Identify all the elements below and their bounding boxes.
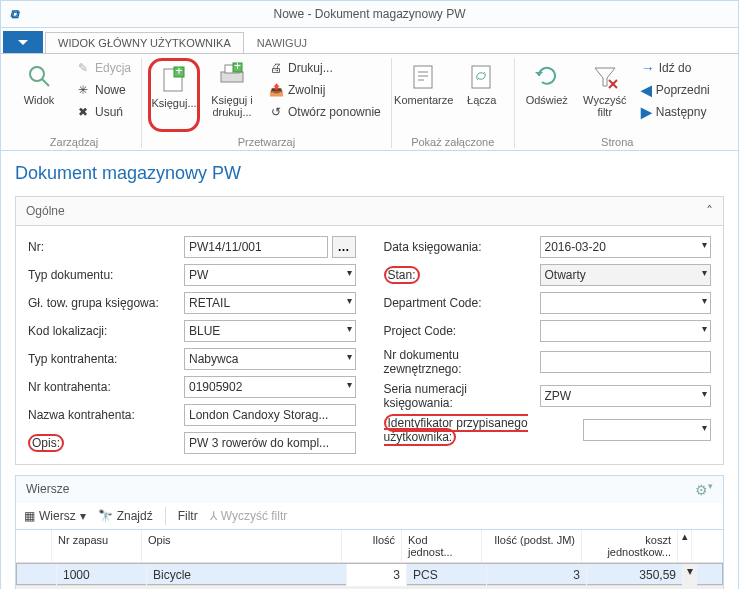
arrow-left-icon: ◀ [641, 82, 652, 98]
field-seria-numeracji: Seria numeracji księgowania: ▾ [384, 382, 712, 410]
lines-wiersz-menu[interactable]: ▦Wiersz▾ [24, 509, 86, 523]
field-typ-kontrahenta: Typ kontrahenta: ▾ [28, 348, 356, 370]
page-content: Dokument magazynowy PW Ogólne ˄ Nr: … Ty… [0, 151, 739, 589]
printer-icon: 🖨 [268, 60, 284, 76]
stan-label-highlight: Stan: [384, 266, 420, 284]
next-button[interactable]: ▶Następny [637, 102, 714, 122]
lines-filter-button[interactable]: Filtr [178, 509, 198, 523]
col-opis[interactable]: Opis [142, 530, 342, 562]
chevron-up-icon: ˄ [706, 203, 713, 219]
lines-toolbar: ▦Wiersz▾ 🔭Znajdź Filtr ⅄Wyczyść filtr [15, 503, 724, 529]
cell-ilosc[interactable]: 3 [347, 564, 407, 586]
view-button[interactable]: Widok [13, 58, 65, 132]
field-stan: Stan: ▾ [384, 264, 712, 286]
scroll-up[interactable]: ▴ [678, 530, 692, 562]
data-ksiegowania-input[interactable] [540, 236, 712, 258]
kod-lokalizacji-select[interactable] [184, 320, 356, 342]
field-nr: Nr: … [28, 236, 356, 258]
window-title: Nowe - Dokument magazynowy PW [273, 7, 465, 21]
opis-input[interactable] [184, 432, 356, 454]
ribbon-group-process: + Księguj... + Księguj i drukuj... 🖨Druk… [142, 58, 392, 148]
col-nr-zapasu[interactable]: Nr zapasu [52, 530, 142, 562]
nr-dok-zewn-input[interactable] [540, 351, 712, 373]
fasttab-general-header[interactable]: Ogólne ˄ [15, 196, 724, 226]
col-koszt[interactable]: koszt jednostkow... [582, 530, 678, 562]
nr-kontrahenta-select[interactable] [184, 376, 356, 398]
row-selector-header[interactable] [16, 530, 52, 562]
field-nazwa-kontrahenta: Nazwa kontrahenta: [28, 404, 356, 426]
svg-rect-13 [472, 66, 490, 88]
lines-grid: Nr zapasu Opis Ilość Kod jednost... Iloś… [15, 529, 724, 589]
field-grupa-ksiegowa: Gł. tow. grupa księgowa: ▾ [28, 292, 356, 314]
comments-icon [408, 60, 440, 92]
grupa-ksiegowa-select[interactable] [184, 292, 356, 314]
delete-icon: ✖ [75, 104, 91, 120]
print-button[interactable]: 🖨Drukuj... [264, 58, 385, 78]
binoculars-icon: 🔭 [98, 509, 113, 523]
previous-button[interactable]: ◀Poprzedni [637, 80, 714, 100]
typ-dokumentu-select[interactable] [184, 264, 356, 286]
new-button[interactable]: ✳Nowe [71, 80, 135, 100]
cell-opis[interactable]: Bicycle [147, 564, 347, 586]
pencil-icon: ✎ [75, 60, 91, 76]
svg-point-0 [30, 67, 44, 81]
caret-down-icon [18, 40, 28, 45]
col-ilosc-podst[interactable]: Ilość (podst. JM) [482, 530, 582, 562]
tab-navigate[interactable]: NAWIGUJ [244, 32, 320, 53]
typ-kontrahenta-select[interactable] [184, 348, 356, 370]
row-selector[interactable] [21, 564, 57, 586]
post-icon: + [158, 63, 190, 95]
svg-text:+: + [176, 65, 183, 78]
refresh-button[interactable]: Odśwież [521, 58, 573, 132]
release-icon: 📤 [268, 82, 284, 98]
reopen-button[interactable]: ↺Otwórz ponownie [264, 102, 385, 122]
cell-ilosc-podst[interactable]: 3 [487, 564, 587, 586]
gear-icon[interactable]: ⚙▾ [695, 481, 713, 498]
lines-clear-filter-button[interactable]: ⅄Wyczyść filtr [210, 509, 288, 523]
clear-filter-icon [589, 60, 621, 92]
nazwa-kontrahenta-input[interactable] [184, 404, 356, 426]
nr-lookup-button[interactable]: … [332, 236, 356, 258]
delete-button[interactable]: ✖Usuń [71, 102, 135, 122]
ribbon-group-manage: Widok ✎Edycja ✳Nowe ✖Usuń Zarządzaj [7, 58, 142, 148]
app-icon: ⧉ [1, 1, 27, 27]
ribbon: Widok ✎Edycja ✳Nowe ✖Usuń Zarządzaj + Ks… [0, 53, 739, 151]
col-ilosc[interactable]: Ilość [342, 530, 402, 562]
cell-kod-jm[interactable]: PCS [407, 564, 487, 586]
svg-marker-14 [535, 72, 543, 76]
stan-select[interactable] [540, 264, 712, 286]
arrow-right-icon: → [641, 60, 655, 76]
field-opis: Opis: [28, 432, 356, 454]
magnifier-icon [23, 60, 55, 92]
scroll-down[interactable]: ▾ [683, 564, 697, 586]
field-data-ksiegowania: Data księgowania: ▾ [384, 236, 712, 258]
tab-main-view[interactable]: WIDOK GŁÓWNY UŻYTKOWNIKA [45, 32, 244, 53]
clear-filter-button[interactable]: Wyczyść filtr [579, 58, 631, 132]
nr-input[interactable] [184, 236, 328, 258]
ident-uzytkownika-select[interactable] [583, 419, 711, 441]
table-row[interactable]: 1000 Bicycle 3 PCS 3 350,59 ▾ [16, 563, 723, 585]
page-title: Dokument magazynowy PW [15, 163, 724, 184]
links-button[interactable]: Łącza [456, 58, 508, 132]
field-kod-lokalizacji: Kod lokalizacji: ▾ [28, 320, 356, 342]
fasttab-lines-header[interactable]: Wiersze ⚙▾ [15, 475, 724, 503]
col-kod-jm[interactable]: Kod jednost... [402, 530, 482, 562]
title-bar: ⧉ Nowe - Dokument magazynowy PW [0, 0, 739, 28]
cell-nr-zapasu[interactable]: 1000 [57, 564, 147, 586]
goto-button[interactable]: →Idź do [637, 58, 714, 78]
comments-button[interactable]: Komentarze [398, 58, 450, 132]
ribbon-group-attachments: Komentarze Łącza Pokaż załączone [392, 58, 515, 148]
department-code-select[interactable] [540, 292, 712, 314]
reopen-icon: ↺ [268, 104, 284, 120]
project-code-select[interactable] [540, 320, 712, 342]
cell-koszt[interactable]: 350,59 [587, 564, 683, 586]
release-button[interactable]: 📤Zwolnij [264, 80, 385, 100]
refresh-icon [531, 60, 563, 92]
separator [165, 507, 166, 525]
edit-button[interactable]: ✎Edycja [71, 58, 135, 78]
seria-numeracji-select[interactable] [540, 385, 712, 407]
post-button[interactable]: + Księguj... [148, 58, 200, 132]
post-and-print-button[interactable]: + Księguj i drukuj... [206, 58, 258, 132]
lines-find-button[interactable]: 🔭Znajdź [98, 509, 153, 523]
file-menu-button[interactable] [3, 31, 43, 53]
